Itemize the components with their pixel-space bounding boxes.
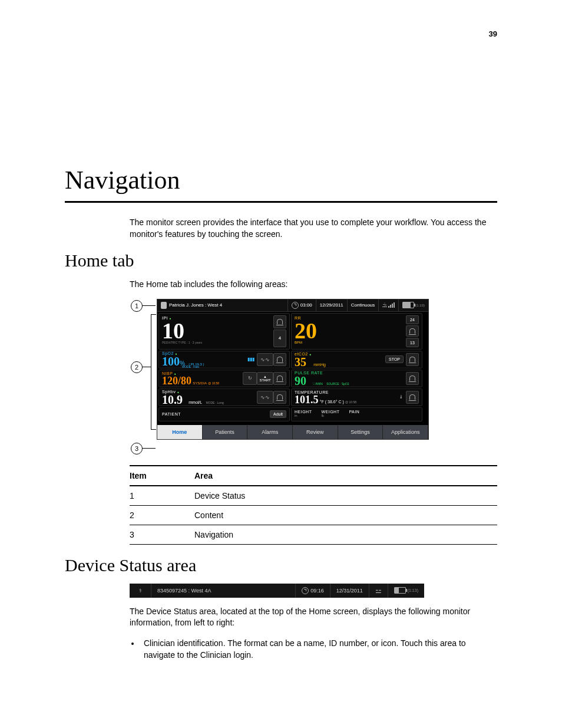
- mode-text: Continuous: [351, 302, 375, 308]
- network-icon: ⚍: [375, 587, 382, 595]
- rr-hi-button[interactable]: 24: [406, 315, 419, 325]
- device-status-bar[interactable]: Patricia J. Jones : West 4 03:00 12/29/2…: [157, 299, 428, 312]
- intro-text: The monitor screen provides the interfac…: [130, 217, 497, 240]
- nav-tab-settings[interactable]: Settings: [338, 425, 384, 439]
- nibp-tile[interactable]: NIBP ● 120/80 SYS/DIA @ 10:58 ↻ ▲START: [158, 370, 290, 387]
- date-text-2: 12/31/2011: [336, 588, 363, 594]
- status-bar-figure: ⚕ 8345097245 : West 4A 09:16 12/31/2011 …: [130, 584, 497, 598]
- nibp-time: @ 10:58: [208, 381, 219, 385]
- thermometer-icon: 🌡: [399, 394, 404, 400]
- clinician-icon: ⚕: [139, 588, 142, 594]
- nibp-start-label: START: [259, 378, 270, 382]
- sphb-value: 10.9: [162, 393, 183, 406]
- callout-1-line: [143, 305, 156, 306]
- clock-icon: [292, 302, 299, 309]
- nav-tab-alarms[interactable]: Alarms: [247, 425, 293, 439]
- body-content: The monitor screen provides the interfac…: [130, 217, 497, 240]
- bullet-clinician: Clinician identification. The format can…: [140, 637, 497, 661]
- ipi-foot: PEDIATRIC TYPE : 1 · 3 years: [162, 341, 273, 344]
- table-row: 1Device Status: [130, 486, 497, 506]
- nibp-start-button[interactable]: ▲START: [257, 372, 273, 385]
- etco2-tile[interactable]: etCO2 ● 35 mmHg STOP: [291, 351, 422, 368]
- hwp-tile[interactable]: HEIGHTin WEIGHTlb PAIN: [291, 407, 422, 421]
- interval-icon: ↻: [248, 375, 252, 381]
- callout-2-line: [143, 367, 151, 367]
- pulse-unit: ♡/MIN: [312, 382, 323, 386]
- nav-tab-patients[interactable]: Patients: [203, 425, 248, 439]
- temp-alarm-button[interactable]: [406, 391, 419, 404]
- ipi-limit-button[interactable]: 4: [273, 330, 286, 347]
- bars-icon: ▮▮▮: [247, 357, 254, 362]
- clinician-patient[interactable]: Patricia J. Jones : West 4: [157, 299, 288, 311]
- patient-label: PATIENT: [162, 412, 181, 416]
- time-segment[interactable]: 03:00: [288, 299, 316, 311]
- patient-name: Patricia J. Jones : West 4: [169, 302, 222, 308]
- spo2-tile[interactable]: SpO2 ● 100% ( PI 19.3 ) MODE : Fast ▮▮▮ …: [158, 351, 290, 368]
- page: 39 Navigation The monitor screen provide…: [0, 0, 562, 728]
- date-segment: 12/29/2011: [316, 299, 348, 311]
- time-text-2: 09:16: [310, 588, 324, 594]
- nav-tab-applications[interactable]: Applications: [383, 425, 428, 439]
- battery-icon: [394, 587, 406, 594]
- wifi-segment: ⏈: [379, 299, 399, 311]
- etco2-stop-button[interactable]: STOP: [385, 355, 404, 363]
- battery-segment: (1:10): [399, 299, 428, 311]
- spo2-alarm-button[interactable]: [273, 353, 286, 366]
- temp-value: 101.5: [295, 394, 319, 406]
- weight-label: WEIGHT: [321, 410, 339, 414]
- waveform-icon: ∿∿: [260, 394, 270, 400]
- nav-tab-home[interactable]: Home: [157, 425, 203, 439]
- rr-lo-button[interactable]: 13: [406, 338, 419, 347]
- callout-3: 3: [131, 443, 143, 454]
- areas-table: Item Area 1Device Status 2Content 3Navig…: [130, 465, 497, 545]
- spo2-waveform-button[interactable]: ∿∿: [257, 353, 273, 366]
- rr-alarm-button[interactable]: [406, 325, 419, 337]
- network-seg: ⚍: [369, 584, 388, 598]
- patient-tile[interactable]: PATIENT Adult: [158, 407, 290, 421]
- home-tab-figure: 1 2 3 Patricia J. Jones : West 4: [130, 299, 497, 454]
- sphb-alarm-button[interactable]: [273, 391, 286, 404]
- cell: Content: [194, 505, 497, 525]
- th-area: Area: [194, 466, 497, 486]
- content-area: IPI ● 10 PEDIATRIC TYPE : 1 · 3 years 4: [157, 312, 428, 423]
- bell-icon: [277, 394, 283, 400]
- clinician-icon: [161, 302, 167, 309]
- etco2-alarm-button[interactable]: [406, 353, 419, 366]
- nav-tab-review[interactable]: Review: [293, 425, 338, 439]
- pulse-src: SOURCE : SpO2: [326, 382, 349, 386]
- device-status-bar-2[interactable]: ⚕ 8345097245 : West 4A 09:16 12/31/2011 …: [130, 584, 424, 598]
- pulse-tile[interactable]: PULSE RATE 90 ♡/MIN SOURCE : SpO2: [291, 370, 422, 387]
- sphb-waveform-button[interactable]: ∿∿: [257, 391, 273, 404]
- callout-2: 2: [131, 361, 143, 373]
- height-unit: in: [295, 414, 312, 417]
- date-text: 12/29/2011: [320, 302, 343, 308]
- table-row: 3Navigation: [130, 525, 497, 544]
- home-section: The Home tab includes the following area…: [130, 279, 497, 545]
- bell-icon: [277, 319, 283, 324]
- battery-seg: (1:13): [388, 584, 424, 598]
- ipi-tile[interactable]: IPI ● 10 PEDIATRIC TYPE : 1 · 3 years 4: [158, 313, 290, 350]
- nibp-interval-button[interactable]: ↻: [243, 372, 257, 385]
- pulse-alarm-button[interactable]: [406, 372, 419, 385]
- spo2-mode: MODE : Fast: [182, 365, 247, 368]
- clinician-id: 8345097245 : West 4A: [157, 588, 211, 594]
- time-seg[interactable]: 09:16: [296, 584, 330, 598]
- ipi-value: 10: [162, 321, 273, 341]
- rr-tile[interactable]: RR 20 BPM 24 13: [291, 313, 422, 350]
- clinician-icon-seg[interactable]: ⚕: [130, 584, 151, 598]
- cell: 2: [130, 505, 194, 525]
- status-section: ⚕ 8345097245 : West 4A 09:16 12/31/2011 …: [130, 584, 497, 661]
- clinician-id-seg[interactable]: 8345097245 : West 4A: [151, 584, 296, 598]
- sphb-tile[interactable]: SpHbv ● 10.9 mmol/L MODE : Long ∿∿: [158, 388, 290, 406]
- signal-icon: [388, 302, 395, 308]
- battery-text-2: (1:13): [408, 588, 418, 592]
- rr-lo: 13: [410, 341, 415, 345]
- bell-icon: [409, 375, 415, 381]
- ipi-alarm-button[interactable]: [273, 315, 286, 328]
- bell-icon: [277, 375, 283, 381]
- status-bullets: Clinician identification. The format can…: [130, 637, 497, 661]
- temp-tile[interactable]: TEMPERATURE 101.5 °F ( 38.6° C ) @ 10:58…: [291, 388, 422, 406]
- adult-button[interactable]: Adult: [270, 410, 286, 418]
- nibp-alarm-button[interactable]: [273, 372, 286, 385]
- th-item: Item: [130, 466, 194, 486]
